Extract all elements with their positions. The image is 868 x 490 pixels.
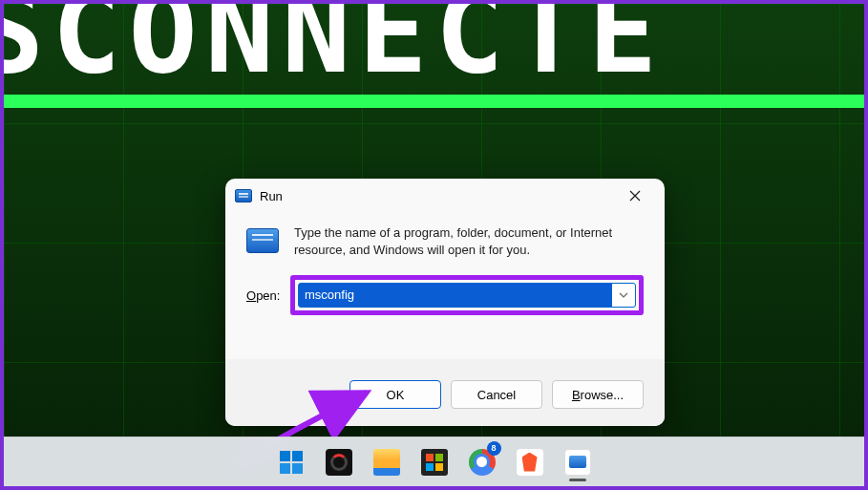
taskbar-ms-store[interactable]: [413, 441, 455, 483]
dialog-description: Type the name of a program, folder, docu…: [294, 224, 644, 258]
titlebar[interactable]: Run: [225, 179, 665, 213]
run-taskbar-icon: [564, 449, 591, 476]
file-explorer-icon: [373, 449, 400, 476]
taskbar-brave[interactable]: [509, 441, 551, 483]
open-combobox[interactable]: msconfig: [298, 283, 636, 308]
taskbar-chrome[interactable]: 8: [461, 441, 503, 483]
taskbar-file-explorer[interactable]: [366, 441, 408, 483]
dropdown-arrow-icon[interactable]: [612, 284, 635, 307]
taskbar-app-1[interactable]: [318, 441, 360, 483]
taskbar-run[interactable]: [557, 441, 599, 483]
annotation-highlight: msconfig: [290, 275, 644, 315]
open-input[interactable]: msconfig: [299, 284, 612, 307]
ms-store-icon: [421, 449, 448, 476]
start-button[interactable]: [270, 441, 312, 483]
dialog-title: Run: [260, 189, 615, 203]
run-large-icon: [246, 228, 279, 253]
close-button[interactable]: [615, 181, 655, 210]
run-icon: [235, 189, 252, 202]
run-dialog: Run Type the name of a program, folder, …: [225, 179, 665, 426]
browse-button[interactable]: Browse...: [552, 380, 644, 409]
windows-logo-icon: [280, 451, 303, 474]
taskbar: 8: [4, 437, 864, 486]
brave-icon: [517, 449, 543, 476]
cancel-button[interactable]: Cancel: [451, 380, 542, 409]
wallpaper-accent-bar: [4, 95, 864, 108]
open-label: Open:: [246, 288, 283, 303]
notification-badge: 8: [487, 441, 501, 456]
app-icon: [326, 449, 352, 476]
ok-button[interactable]: OK: [349, 380, 441, 409]
